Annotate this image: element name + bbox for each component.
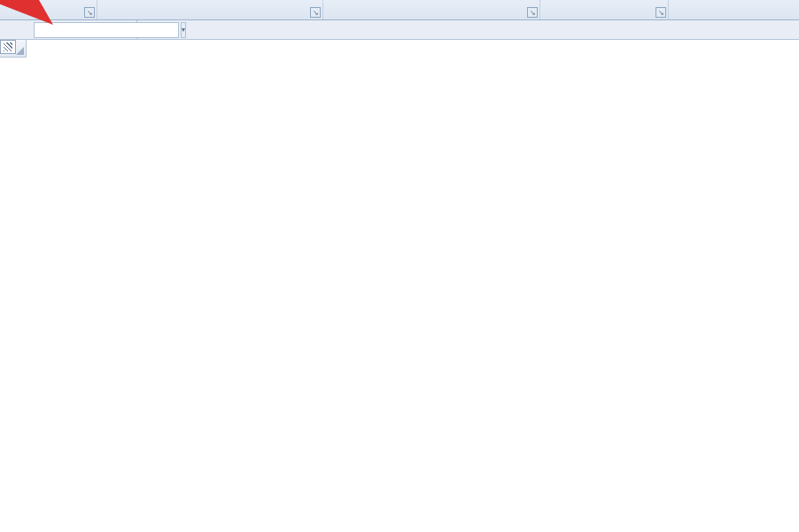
column-headers [27, 40, 799, 58]
cell-grid[interactable] [27, 58, 799, 532]
ribbon-group-font: ↘ [97, 0, 323, 19]
dialog-launcher-icon[interactable]: ↘ [655, 7, 666, 18]
spreadsheet [0, 40, 799, 532]
autofill-options-button[interactable] [0, 40, 16, 54]
ribbon-group-alignment: ↘ [323, 0, 540, 19]
dialog-launcher-icon[interactable]: ↘ [310, 7, 321, 18]
formula-input[interactable] [173, 22, 799, 38]
watermark [788, 506, 792, 527]
name-box-container: ▾ [0, 20, 137, 39]
ribbon-group-number: ↘ [540, 0, 669, 19]
autofill-icon [4, 42, 12, 51]
ribbon-group-clipboard: ↘ [0, 0, 97, 19]
formula-bar: ▾ [0, 20, 799, 40]
formula-area [137, 20, 799, 39]
dialog-launcher-icon[interactable]: ↘ [84, 7, 95, 18]
dialog-launcher-icon[interactable]: ↘ [527, 7, 538, 18]
ribbon-group-labels: ↘ ↘ ↘ ↘ [0, 0, 799, 20]
